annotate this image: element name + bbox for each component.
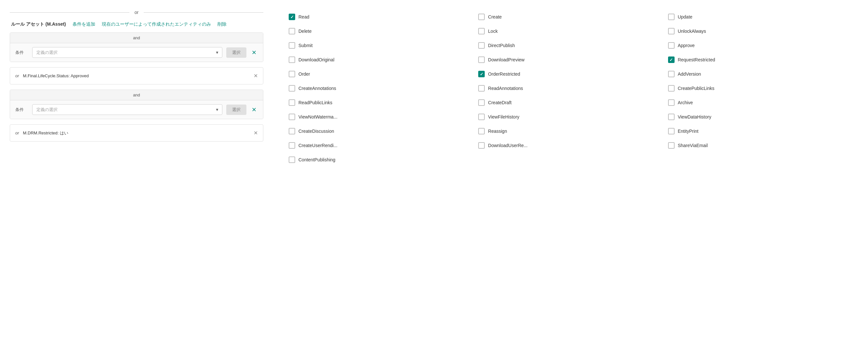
permission-checkbox[interactable] bbox=[478, 114, 485, 120]
permission-item: CreateUserRendi... bbox=[286, 138, 475, 152]
and-header-2: and bbox=[10, 90, 263, 100]
permission-checkbox[interactable] bbox=[289, 28, 295, 34]
or-line-right bbox=[144, 12, 263, 13]
condition-select-1[interactable]: 定義の選択 bbox=[32, 47, 222, 58]
permission-label: ContentPublishing bbox=[299, 157, 336, 162]
permission-checkbox[interactable] bbox=[478, 42, 485, 49]
condition-select-button-2[interactable]: 選択 bbox=[226, 105, 246, 115]
only-current-user-link[interactable]: 現在のユーザーによって作成されたエンティティのみ bbox=[102, 22, 211, 27]
permission-checkbox[interactable] bbox=[668, 114, 675, 120]
permission-label: OrderRestricted bbox=[488, 71, 520, 77]
permission-item: CreateDraft bbox=[475, 96, 665, 110]
permission-label: CreateUserRendi... bbox=[299, 143, 337, 148]
permission-checkbox[interactable] bbox=[289, 142, 295, 149]
rule-delete-link[interactable]: 削除 bbox=[217, 22, 226, 27]
permission-checkbox[interactable] bbox=[289, 114, 295, 120]
top-or-separator: or bbox=[10, 10, 263, 15]
permission-checkbox[interactable] bbox=[668, 71, 675, 77]
permission-checkbox[interactable] bbox=[289, 99, 295, 106]
permission-item: Order bbox=[286, 67, 475, 81]
permission-checkbox[interactable] bbox=[289, 85, 295, 92]
permission-item: DownloadPreview bbox=[475, 53, 665, 67]
permission-checkbox[interactable] bbox=[289, 71, 295, 77]
permission-checkbox[interactable] bbox=[478, 57, 485, 63]
permission-label: Create bbox=[488, 14, 502, 20]
permission-item: AddVersion bbox=[665, 67, 855, 81]
condition-select-wrapper-2: 定義の選択 ▼ bbox=[32, 104, 222, 115]
permission-label: ShareViaEmail bbox=[678, 143, 708, 148]
condition-block-2: and 条件 定義の選択 ▼ 選択 ✕ bbox=[10, 90, 263, 119]
permission-item: Delete bbox=[286, 24, 475, 38]
permission-label: UnlockAlways bbox=[678, 29, 706, 34]
condition-label-1: 条件 bbox=[15, 50, 28, 56]
permission-label: CreateDiscussion bbox=[299, 129, 334, 134]
permission-item: Update bbox=[665, 10, 855, 24]
condition-label-2: 条件 bbox=[15, 107, 28, 113]
permission-checkbox[interactable] bbox=[478, 71, 485, 77]
permission-item: Lock bbox=[475, 24, 665, 38]
permission-label: DirectPublish bbox=[488, 43, 515, 48]
permission-checkbox[interactable] bbox=[289, 156, 295, 163]
permission-checkbox[interactable] bbox=[668, 142, 675, 149]
permission-checkbox[interactable] bbox=[668, 42, 675, 49]
condition-select-wrapper-1: 定義の選択 ▼ bbox=[32, 47, 222, 58]
permission-item: EntityPrint bbox=[665, 124, 855, 138]
permission-label: AddVersion bbox=[678, 71, 701, 77]
or-label-1: or bbox=[15, 73, 19, 78]
permission-checkbox[interactable] bbox=[668, 28, 675, 34]
permission-checkbox[interactable] bbox=[289, 42, 295, 49]
or-condition-text-1: M.Final.LifeCycle.Status: Approved bbox=[23, 73, 250, 78]
or-condition-block-1: or M.Final.LifeCycle.Status: Approved ✕ bbox=[10, 67, 263, 84]
condition-select-2[interactable]: 定義の選択 bbox=[32, 104, 222, 115]
permissions-grid: ReadCreateUpdateDeleteLockUnlockAlwaysSu… bbox=[286, 10, 855, 167]
permission-checkbox[interactable] bbox=[668, 99, 675, 106]
permission-item: OrderRestricted bbox=[475, 67, 665, 81]
permission-item: Create bbox=[475, 10, 665, 24]
condition-select-button-1[interactable]: 選択 bbox=[226, 47, 246, 58]
permission-label: Reassign bbox=[488, 129, 507, 134]
permission-label: CreateDraft bbox=[488, 100, 512, 105]
or-label: or bbox=[129, 10, 144, 15]
permission-item: ViewNotWaterma... bbox=[286, 110, 475, 124]
permission-checkbox[interactable] bbox=[668, 128, 675, 134]
permission-checkbox[interactable] bbox=[478, 14, 485, 20]
condition-close-2[interactable]: ✕ bbox=[250, 105, 258, 115]
permission-checkbox[interactable] bbox=[668, 85, 675, 92]
add-condition-link[interactable]: 条件を追加 bbox=[72, 22, 95, 27]
permission-checkbox[interactable] bbox=[289, 57, 295, 63]
permission-label: Lock bbox=[488, 29, 498, 34]
permission-label: Submit bbox=[299, 43, 313, 48]
or-label-2: or bbox=[15, 131, 19, 135]
condition-block-1: and 条件 定義の選択 ▼ 選択 ✕ bbox=[10, 32, 263, 62]
permission-item: DirectPublish bbox=[475, 38, 665, 53]
permission-checkbox[interactable] bbox=[289, 14, 295, 20]
permission-item: Submit bbox=[286, 38, 475, 53]
or-close-1[interactable]: ✕ bbox=[254, 73, 258, 79]
permission-checkbox[interactable] bbox=[478, 28, 485, 34]
permission-label: ReadAnnotations bbox=[488, 86, 523, 91]
permission-checkbox[interactable] bbox=[668, 57, 675, 63]
permission-checkbox[interactable] bbox=[478, 85, 485, 92]
permission-item: RequestRestricted bbox=[665, 53, 855, 67]
permission-label: RequestRestricted bbox=[678, 57, 715, 62]
permission-checkbox[interactable] bbox=[478, 128, 485, 134]
permission-item: ShareViaEmail bbox=[665, 138, 855, 152]
condition-close-1[interactable]: ✕ bbox=[250, 48, 258, 58]
or-condition-block-2: or M.DRM.Restricted: はい ✕ bbox=[10, 124, 263, 142]
permission-label: Order bbox=[299, 71, 310, 77]
or-line-left bbox=[10, 12, 129, 13]
and-header-1: and bbox=[10, 33, 263, 43]
permission-label: Approve bbox=[678, 43, 695, 48]
permission-label: Read bbox=[299, 14, 309, 20]
or-close-2[interactable]: ✕ bbox=[254, 130, 258, 136]
permission-label: CreateAnnotations bbox=[299, 86, 336, 91]
permission-checkbox[interactable] bbox=[668, 14, 675, 20]
permission-checkbox[interactable] bbox=[478, 99, 485, 106]
permission-label: DownloadPreview bbox=[488, 57, 524, 62]
permission-checkbox[interactable] bbox=[289, 128, 295, 134]
condition-row-1: 条件 定義の選択 ▼ 選択 ✕ bbox=[10, 43, 263, 62]
permission-checkbox[interactable] bbox=[478, 142, 485, 149]
permission-item: ReadPublicLinks bbox=[286, 96, 475, 110]
permission-item: ContentPublishing bbox=[286, 152, 475, 167]
permission-item: DownloadOriginal bbox=[286, 53, 475, 67]
